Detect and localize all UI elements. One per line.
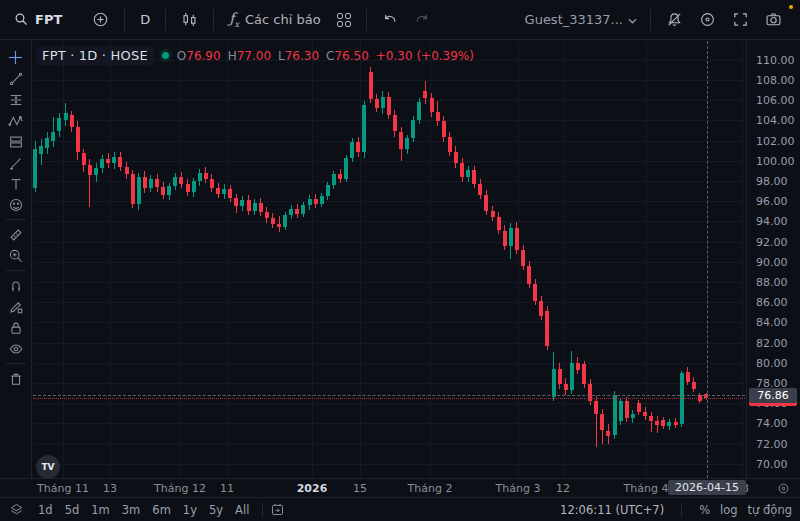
vertical-gridline (563, 41, 564, 478)
alerts-muted-button[interactable] (658, 6, 691, 34)
time-axis[interactable]: Tháng 1113Tháng 1211202615Tháng 2Tháng 3… (0, 478, 800, 497)
range-button-1d[interactable]: 1d (33, 501, 58, 519)
range-button-3m[interactable]: 3m (117, 501, 146, 519)
snapshot-button[interactable] (757, 6, 790, 34)
horizontal-gridline (33, 444, 745, 445)
chart-plot-area[interactable] (33, 41, 745, 478)
price-tick-label: 88.00 (756, 276, 788, 289)
candle-body (265, 212, 269, 218)
range-button-1m[interactable]: 1m (86, 501, 115, 519)
price-tick-label: 104.00 (756, 114, 795, 127)
horizontal-gridline (33, 242, 745, 243)
range-button-all[interactable]: All (230, 501, 254, 519)
go-to-date-button[interactable] (270, 502, 285, 517)
time-tick-label: Tháng 11 (37, 482, 89, 495)
candle-body (283, 215, 287, 227)
candle-body (271, 218, 275, 224)
vertical-gridline (742, 41, 743, 478)
trend-line-tool-icon[interactable] (2, 68, 30, 89)
range-button-5d[interactable]: 5d (60, 501, 85, 519)
horizontal-gridline (33, 262, 745, 263)
fib-retracement-tool-icon[interactable] (2, 89, 30, 110)
candle-body (631, 414, 635, 418)
candle-body (45, 138, 49, 148)
trash-tool-icon[interactable] (2, 368, 30, 389)
hide-drawings-tool-icon[interactable] (2, 338, 30, 359)
crosshair-vertical-line (707, 41, 708, 478)
candle-body (253, 203, 257, 211)
candle-body (606, 431, 610, 436)
percent-scale-button[interactable]: % (699, 503, 710, 517)
brush-tool-icon[interactable] (2, 152, 30, 173)
candle-body (295, 209, 299, 214)
legend-symbol-title[interactable]: FPT · 1D · HOSE (36, 46, 154, 65)
compare-add-button[interactable] (84, 6, 117, 34)
interval-button[interactable]: D (132, 6, 158, 34)
auto-scale-button[interactable]: tự động (748, 503, 792, 517)
open-value: 76.90 (186, 49, 220, 63)
candle-body (387, 97, 391, 115)
long-position-tool-icon[interactable] (2, 131, 30, 152)
candle-body (576, 363, 580, 370)
vertical-gridline (227, 41, 228, 478)
candle-body (570, 363, 574, 390)
emoji-tool-icon[interactable] (2, 194, 30, 215)
quick-search-target-button[interactable] (691, 6, 724, 34)
fullscreen-button[interactable] (724, 6, 757, 34)
horizontal-gridline (33, 322, 745, 323)
range-button-1y[interactable]: 1y (178, 501, 202, 519)
candle-body (137, 177, 141, 204)
candle-body (417, 102, 421, 120)
price-tick-label: 82.00 (756, 337, 788, 350)
magnet-tool-icon[interactable] (2, 275, 30, 296)
candle-body (118, 157, 122, 167)
text-tool-icon[interactable] (2, 173, 30, 194)
tradingview-logo[interactable]: TV (36, 455, 60, 479)
toolbar-separator (366, 9, 367, 31)
symbol-search-button[interactable]: FPT (6, 6, 70, 34)
horizontal-gridline (33, 423, 745, 424)
candle-body (167, 186, 171, 195)
candle-body (594, 401, 598, 414)
candle-body (381, 97, 385, 108)
xabcd-pattern-tool-icon[interactable] (2, 110, 30, 131)
price-tick-label: 96.00 (756, 195, 788, 208)
candle-body (161, 187, 165, 195)
candle-body (667, 422, 671, 426)
candle-body (320, 196, 324, 204)
layout-grid-button[interactable] (329, 6, 359, 34)
price-tick-label: 98.00 (756, 175, 788, 188)
horizontal-gridline (33, 141, 745, 142)
crosshair-tool-icon[interactable] (2, 47, 30, 68)
candle-body (503, 231, 507, 246)
time-tick-label: 2026 (297, 482, 328, 495)
indicators-button[interactable]: ƒx Các chỉ báo (221, 6, 328, 34)
range-button-5y[interactable]: 5y (204, 501, 228, 519)
candle-body (64, 113, 68, 120)
lock-drawings-tool-icon[interactable] (2, 317, 30, 338)
candle-body (497, 217, 501, 230)
time-tick-label: 13 (103, 482, 117, 495)
redo-button[interactable] (406, 6, 438, 34)
range-button-6m[interactable]: 6m (147, 501, 176, 519)
object-tree-icon[interactable] (0, 502, 32, 517)
price-axis[interactable]: 110.00108.00106.00104.00102.00100.0098.0… (746, 41, 800, 478)
account-menu-button[interactable]: Guest_33137... (519, 12, 643, 27)
time-axis-settings-icon[interactable] (777, 482, 790, 498)
chart-style-button[interactable] (173, 6, 206, 34)
log-scale-button[interactable]: log (720, 503, 738, 517)
price-tick-label: 86.00 (756, 296, 788, 309)
candle-body (222, 189, 226, 194)
time-tick-label: 15 (353, 482, 367, 495)
horizontal-gridline (33, 464, 745, 465)
candle-body (405, 138, 409, 149)
candle-body (173, 177, 177, 186)
candle-body (344, 158, 348, 179)
clock-timezone-button[interactable]: 12:06:11 (UTC+7) (560, 503, 664, 517)
ruler-tool-icon[interactable] (2, 224, 30, 245)
drawing-mode-tool-icon[interactable] (2, 296, 30, 317)
top-toolbar: FPT D ƒx Các chỉ báo (0, 0, 800, 40)
zoom-in-tool-icon[interactable] (2, 245, 30, 266)
vertical-gridline (110, 41, 111, 478)
undo-button[interactable] (374, 6, 406, 34)
